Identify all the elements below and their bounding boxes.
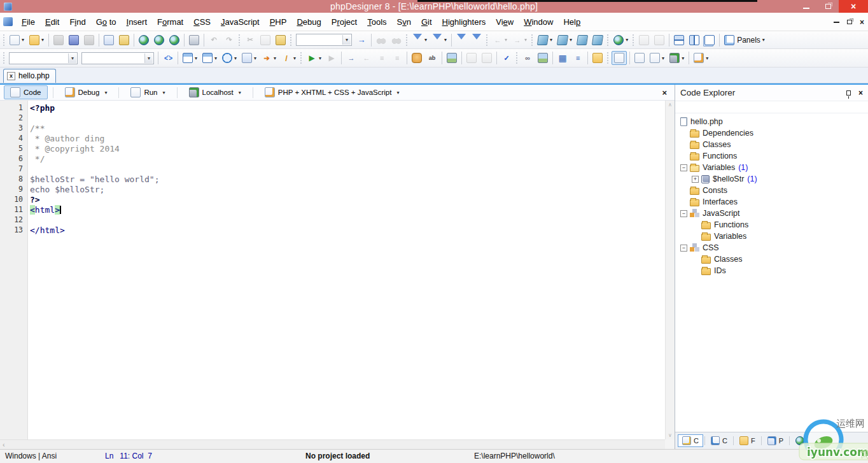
insert-image-button[interactable] <box>536 52 550 64</box>
dropdown-arrow-icon[interactable]: ▾ <box>104 90 107 96</box>
menu-insert[interactable]: Insert <box>122 15 153 29</box>
browser-select-button[interactable]: ▾ <box>612 34 630 46</box>
code-editor[interactable]: 12345678910111213 <?php/** * @author din… <box>0 101 675 449</box>
combo-dropdown-icon[interactable]: ▾ <box>68 53 76 63</box>
split-vertical-button[interactable] <box>687 34 701 46</box>
code-view-button[interactable] <box>612 51 627 65</box>
panel-filter-box[interactable] <box>675 101 868 113</box>
filter-forward-button[interactable] <box>470 34 484 46</box>
tab-close-icon[interactable]: x <box>7 72 15 80</box>
menu-project[interactable]: Project <box>326 15 362 29</box>
combo-dropdown-icon[interactable]: ▾ <box>342 35 351 45</box>
dropdown-arrow-icon[interactable]: ▾ <box>22 37 24 43</box>
run-button[interactable]: Run▾ <box>124 85 171 99</box>
tree-item-css[interactable]: −CSS <box>675 242 868 253</box>
code-line-12[interactable] <box>30 215 665 225</box>
mdi-minimize-icon[interactable] <box>834 22 839 23</box>
dropdown-arrow-icon[interactable]: ▾ <box>626 37 628 43</box>
restore-button[interactable] <box>817 0 839 13</box>
insert-form-button[interactable]: ▾ <box>181 52 199 64</box>
code-line-7[interactable] <box>30 164 665 175</box>
bookmark-add-button[interactable]: ▾ <box>536 34 554 46</box>
code-line-9[interactable]: echo $helloStr; <box>30 185 665 195</box>
dropdown-arrow-icon[interactable]: ▾ <box>396 90 399 96</box>
menu-javascript[interactable]: JavaScript <box>216 15 265 29</box>
bookmark-next-button[interactable] <box>591 34 605 46</box>
menu-debug[interactable]: Debug <box>291 15 326 29</box>
hand-tool-button[interactable] <box>410 52 424 64</box>
panel-tab-web[interactable] <box>791 434 809 447</box>
dropdown-arrow-icon[interactable]: ▾ <box>706 55 708 61</box>
menu-window[interactable]: Window <box>519 15 558 29</box>
tree-item-variables[interactable]: −Variables(1) <box>675 162 868 173</box>
menu-go-to[interactable]: Go to <box>91 15 122 29</box>
split-horizontal-button[interactable] <box>672 34 686 46</box>
code-area[interactable]: <?php/** * @author ding * @copyright 201… <box>28 101 665 439</box>
pin-icon[interactable] <box>846 90 851 96</box>
code-line-10[interactable]: ?> <box>30 195 665 205</box>
tab-hello-php[interactable]: x hello.php <box>3 69 56 83</box>
tree-item-interfaces[interactable]: Interfaces <box>675 196 868 208</box>
preview-image-button[interactable] <box>445 52 459 64</box>
filter-file-button[interactable]: ▾ <box>410 34 429 46</box>
tree-item-variables[interactable]: Variables <box>675 231 868 242</box>
localhost-button[interactable]: Localhost▾ <box>183 85 248 99</box>
menu-tools[interactable]: Tools <box>362 15 391 29</box>
tree-item-classes[interactable]: Classes <box>675 253 868 265</box>
add-browser-button[interactable] <box>167 34 181 46</box>
new-file-button[interactable]: ▾ <box>8 34 26 46</box>
collapse-icon[interactable]: − <box>680 245 687 252</box>
scroll-down-icon[interactable]: ∨ <box>668 432 672 438</box>
dropdown-arrow-icon[interactable]: ▾ <box>41 37 44 43</box>
dropdown-arrow-icon[interactable]: ▾ <box>682 55 684 61</box>
dropdown-arrow-icon[interactable]: ▾ <box>214 55 217 61</box>
copy-document-button[interactable] <box>102 34 116 46</box>
dropdown-arrow-icon[interactable]: ▾ <box>424 37 427 43</box>
dropdown-arrow-icon[interactable]: ▾ <box>195 55 197 61</box>
run-script-button[interactable] <box>633 52 647 64</box>
scroll-up-icon[interactable]: ∧ <box>668 102 672 108</box>
code-tags-button[interactable]: <¨> <box>161 52 175 64</box>
panels-button[interactable]: Panels▾ <box>722 34 767 46</box>
insert-link-button[interactable]: ∞ <box>521 52 535 64</box>
panel-tab-projects[interactable]: P <box>763 434 788 447</box>
tree-item-functions[interactable]: Functions <box>675 219 868 231</box>
dropdown-arrow-icon[interactable]: ▾ <box>239 90 241 96</box>
code-line-4[interactable]: * @author ding <box>30 134 665 144</box>
insert-table-button[interactable]: ▦ <box>556 52 570 64</box>
new-folder-button[interactable] <box>591 52 605 64</box>
copy-special-button[interactable]: ▾ <box>240 52 258 64</box>
run-script-browser-button[interactable]: ▾ <box>648 52 666 64</box>
dropdown-arrow-icon[interactable]: ▾ <box>254 55 256 61</box>
indent-button[interactable]: → <box>344 52 358 64</box>
minimize-button[interactable] <box>795 0 817 13</box>
dropdown-arrow-icon[interactable]: ▾ <box>293 55 296 61</box>
open-file-button[interactable]: ▾ <box>27 34 46 46</box>
tree-item-dependencies[interactable]: Dependencies <box>675 127 868 139</box>
debug-button[interactable]: Debug▾ <box>59 85 114 99</box>
dropdown-arrow-icon[interactable]: ▾ <box>550 37 552 43</box>
tree-item-hellostr[interactable]: +$helloStr(1) <box>675 173 868 185</box>
code-line-11[interactable]: <html> <box>30 205 665 215</box>
mdi-close-icon[interactable]: × <box>860 18 864 27</box>
dropdown-arrow-icon[interactable]: ▾ <box>524 37 527 43</box>
expand-icon[interactable]: + <box>692 176 699 183</box>
dropdown-arrow-icon[interactable]: ▾ <box>570 37 572 43</box>
dropdown-arrow-icon[interactable]: ▾ <box>662 55 664 61</box>
spell-check-button[interactable]: ab <box>425 52 439 64</box>
insert-list-button[interactable]: ≡ <box>571 52 585 64</box>
save-form-button[interactable]: ▾ <box>200 52 219 64</box>
deploy-button[interactable]: ➔▾ <box>260 52 278 64</box>
paste-document-button[interactable] <box>117 34 131 46</box>
filter-folder-button[interactable]: ▾ <box>430 34 449 46</box>
menu-format[interactable]: Format <box>152 15 188 29</box>
menu-edit[interactable]: Edit <box>40 15 64 29</box>
horizontal-scrollbar[interactable]: ‹ <box>0 439 665 449</box>
run-debug-button[interactable]: ▶▾ <box>305 52 323 64</box>
menu-git[interactable]: Git <box>416 15 437 29</box>
code-line-5[interactable]: * @copyright 2014 <box>30 144 665 154</box>
panel-tab-code-browser[interactable]: C <box>706 434 732 447</box>
save-browser-button[interactable] <box>152 34 166 46</box>
dropdown-arrow-icon[interactable]: ▾ <box>762 37 765 43</box>
save-as-button[interactable] <box>67 34 81 46</box>
